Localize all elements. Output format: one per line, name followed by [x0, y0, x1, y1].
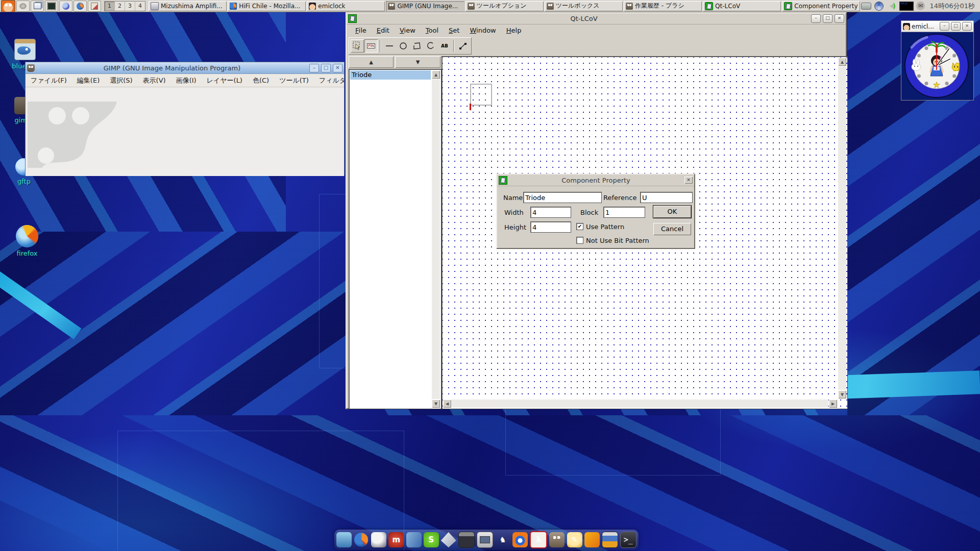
inkscape-icon[interactable]: [441, 532, 456, 547]
panel-icon[interactable]: [336, 532, 352, 547]
emiclock-titlebar[interactable]: emicl... – □ ×: [901, 21, 973, 32]
task-toolbox[interactable]: ツールボックス: [545, 1, 623, 11]
task-hifi-chile[interactable]: HiFi Chile - Mozilla...: [228, 1, 306, 11]
menu-tool[interactable]: Tool: [421, 26, 443, 35]
monitor-applet-icon[interactable]: run_p: [899, 2, 914, 11]
pin-tool-icon[interactable]: PIN: [364, 39, 378, 53]
minimize-button[interactable]: –: [940, 22, 949, 31]
name-field[interactable]: [523, 192, 602, 203]
not-use-bit-pattern-checkbox[interactable]: [576, 237, 583, 244]
close-button[interactable]: ×: [835, 14, 844, 23]
task-emiclock[interactable]: emiclock: [307, 1, 385, 11]
height-field[interactable]: [530, 221, 571, 233]
scrollbar-track[interactable]: [432, 79, 440, 399]
terminal-icon[interactable]: >_: [620, 532, 636, 548]
web-browser-icon[interactable]: [371, 532, 386, 547]
scroll-up-icon[interactable]: ▲: [432, 70, 440, 79]
scroll-down-icon[interactable]: ▼: [838, 390, 846, 398]
task-tool-options[interactable]: ツールオプション: [465, 1, 544, 11]
polygon-tool-icon[interactable]: [410, 39, 424, 53]
anime-face-icon[interactable]: [1, 0, 15, 12]
firefox-launcher-icon[interactable]: [74, 1, 87, 12]
menu-layer[interactable]: レイヤー(L): [202, 76, 248, 85]
component-pin[interactable]: [470, 104, 471, 110]
list-scrollbar[interactable]: ▲ ▼: [432, 70, 440, 408]
canvas-vertical-scrollbar[interactable]: ▲ ▼: [838, 58, 846, 398]
use-pattern-checkbox[interactable]: ✔: [576, 223, 583, 230]
menu-image[interactable]: 画像(I): [171, 76, 202, 85]
close-button[interactable]: ×: [962, 22, 972, 31]
scroll-down-icon[interactable]: ▼: [432, 399, 440, 408]
scribus-icon[interactable]: λ: [530, 531, 547, 548]
reference-field[interactable]: [640, 192, 693, 203]
block-field[interactable]: [603, 207, 645, 218]
terminal-icon[interactable]: [45, 1, 58, 12]
nav-up-button[interactable]: ▲: [349, 56, 394, 68]
task-mizushima[interactable]: Mizushima Amplifi...: [149, 1, 227, 11]
mail-icon[interactable]: ✉: [916, 2, 925, 10]
scroll-left-icon[interactable]: ◀: [443, 399, 451, 408]
qtlcov-titlebar[interactable]: Qt-LCoV – □ ×: [347, 13, 846, 24]
list-item-triode[interactable]: Triode: [350, 70, 431, 80]
close-icon[interactable]: ×: [684, 177, 693, 184]
maximize-button[interactable]: □: [321, 64, 331, 72]
text-tool-icon[interactable]: AB: [438, 39, 451, 53]
task-gimp[interactable]: GIMP (GNU Image...: [386, 1, 464, 11]
skype-icon[interactable]: S: [424, 532, 439, 547]
task-qtlcov[interactable]: Qt-LCoV: [703, 1, 781, 11]
menu-tools[interactable]: ツール(T): [274, 76, 314, 85]
menu-filters[interactable]: フィルター(R): [314, 76, 344, 85]
menu-select[interactable]: 選択(S): [105, 76, 137, 85]
menu-view[interactable]: 表示(V): [138, 76, 171, 85]
menu-view[interactable]: View: [395, 26, 420, 35]
web-globe-icon[interactable]: [59, 1, 72, 12]
menu-window[interactable]: Window: [465, 26, 500, 35]
gimp-canvas[interactable]: [26, 87, 344, 176]
menu-file[interactable]: File: [351, 26, 371, 35]
component-outline[interactable]: [470, 84, 492, 106]
desktop-swirl-icon[interactable]: [874, 2, 884, 11]
menu-set[interactable]: Set: [444, 26, 464, 35]
gimp-icon[interactable]: [549, 532, 565, 547]
scroll-up-icon[interactable]: ▲: [838, 58, 846, 66]
circle-tool-icon[interactable]: [397, 39, 410, 53]
tuxpaint-icon[interactable]: ✎: [567, 532, 582, 547]
cinelerra-icon[interactable]: [602, 532, 618, 548]
keyboard-layout-icon[interactable]: [861, 3, 871, 10]
task-component-property[interactable]: Component Property: [782, 1, 860, 11]
gimp-titlebar[interactable]: GIMP (GNU Image Manipulation Program) – …: [26, 62, 344, 74]
nav-down-button[interactable]: ▼: [395, 56, 440, 68]
dialog-titlebar[interactable]: Component Property ×: [497, 174, 694, 186]
menu-help[interactable]: Help: [502, 26, 526, 35]
ok-button[interactable]: OK: [653, 206, 691, 218]
workspace-3[interactable]: 3: [125, 2, 135, 11]
maximize-button[interactable]: □: [823, 14, 832, 23]
kino-icon[interactable]: [458, 532, 475, 548]
blender-icon[interactable]: [512, 532, 528, 547]
maximize-button[interactable]: □: [951, 22, 961, 31]
gnome-stone-icon[interactable]: [16, 1, 30, 12]
cancel-button[interactable]: Cancel: [653, 223, 691, 235]
select-tool-icon[interactable]: [351, 39, 364, 53]
menu-edit[interactable]: 編集(E): [72, 76, 105, 85]
width-field[interactable]: [530, 207, 571, 218]
wire-tool-icon[interactable]: [456, 39, 470, 53]
workspace-4[interactable]: 4: [135, 2, 145, 11]
minimize-button[interactable]: –: [309, 64, 319, 72]
openoffice-icon[interactable]: [584, 532, 600, 547]
scroll-right-icon[interactable]: ▶: [829, 399, 837, 408]
window-list-icon[interactable]: [31, 1, 44, 12]
scrollbar-track[interactable]: [838, 66, 846, 390]
gnu-icon[interactable]: ♞: [495, 532, 510, 547]
menu-file[interactable]: ファイル(F): [26, 76, 72, 85]
screen-icon[interactable]: [477, 532, 493, 548]
volume-icon[interactable]: [890, 3, 894, 9]
firefox-icon[interactable]: [354, 533, 369, 547]
workspace-2[interactable]: 2: [114, 2, 125, 11]
line-tool-icon[interactable]: [383, 39, 396, 53]
package-icon[interactable]: [88, 1, 101, 12]
close-button[interactable]: ✕: [333, 64, 342, 72]
desktop-icon-firefox[interactable]: firefox: [4, 225, 50, 257]
menu-colors[interactable]: 色(C): [248, 76, 274, 85]
bluefish-icon[interactable]: [406, 532, 422, 547]
